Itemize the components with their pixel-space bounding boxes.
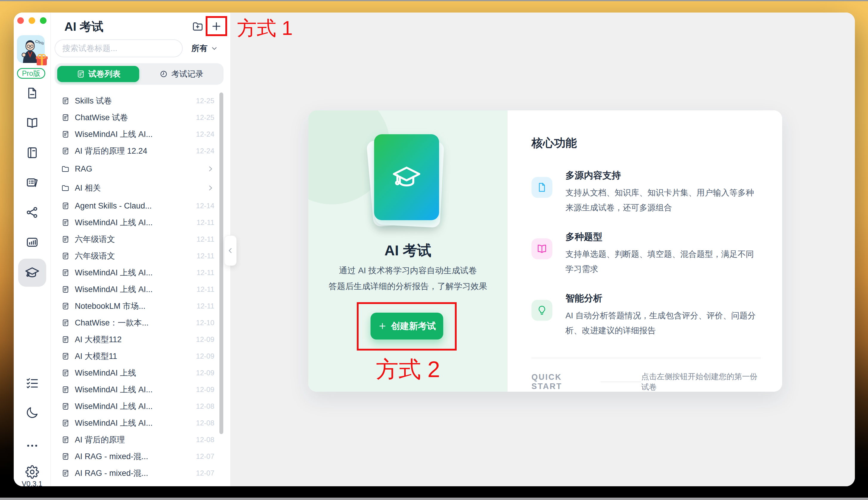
list-item-date: 12-07: [196, 469, 214, 477]
exam-list: Skills 试卷 12-25 ChatWise 试卷 12-25 WiseMi…: [51, 92, 231, 486]
sidebar-item-flashcards[interactable]: [25, 176, 39, 190]
list-item-title: AI RAG - mixed-混...: [75, 451, 148, 462]
feature-title: 多种题型: [565, 231, 761, 243]
filter-dropdown[interactable]: 所有: [191, 39, 218, 57]
hero-card: AI 考试 通过 AI 技术将学习内容自动生成试卷 答题后生成详细的分析报告，了…: [308, 110, 782, 392]
minimize-window-button[interactable]: [28, 17, 35, 24]
app-window: Chris Pro版: [14, 12, 855, 486]
filter-label: 所有: [191, 43, 208, 54]
list-item-date: 12-24: [196, 147, 214, 155]
exam-paper-icon: [61, 402, 69, 410]
folder-icon: [61, 165, 69, 173]
collapse-panel-handle[interactable]: [224, 235, 237, 266]
list-item-exam[interactable]: WiseMindAI 上线 AI... 12-08: [51, 398, 231, 415]
exam-paper-icon: [61, 352, 69, 360]
list-item-exam[interactable]: 六年级语文 12-11: [51, 248, 231, 264]
annotation-method1: 方式 1: [237, 15, 293, 42]
sidebar-item-statistics[interactable]: [25, 235, 39, 249]
feature-description: AI 自动分析答题情况，生成包含评分、评价、问题分析、改进建议的详细报告: [565, 308, 761, 338]
graduation-cap-icon: [392, 162, 422, 192]
gear-icon: [25, 465, 39, 479]
list-item-exam[interactable]: AI 大模型11 12-09: [51, 348, 231, 365]
sidebar-item-notebook[interactable]: [25, 146, 39, 160]
hero-description-line2: 答题后生成详细的分析报告，了解学习效果: [308, 281, 508, 292]
sidebar-item-share[interactable]: [25, 206, 39, 219]
list-item-exam[interactable]: AI RAG - mixed-混... 12-07: [51, 448, 231, 465]
zoom-window-button[interactable]: [40, 17, 47, 24]
list-item-date: 12-11: [197, 218, 214, 227]
avatar[interactable]: Chris: [17, 35, 45, 63]
list-item-exam[interactable]: WiseMindAI 上线 12-09: [51, 365, 231, 381]
search-input[interactable]: [55, 39, 183, 57]
list-item-date: 12-08: [196, 402, 214, 410]
list-item-date: 12-07: [196, 452, 214, 461]
pro-badge[interactable]: Pro版: [17, 68, 45, 79]
sidebar-item-document[interactable]: [25, 86, 39, 100]
feature-title: 智能分析: [565, 292, 761, 305]
sidebar-item-settings[interactable]: [25, 465, 39, 479]
sidebar-item-dark-mode[interactable]: [25, 406, 39, 419]
list-item-date: 12-11: [197, 302, 214, 310]
list-scrollbar[interactable]: [219, 92, 223, 434]
exam-paper-icon: [61, 235, 69, 243]
list-item-exam[interactable]: WiseMindAI 上线 AI... 12-11: [51, 214, 231, 231]
feature-icon-tile: [531, 177, 552, 198]
list-item-exam[interactable]: NotebookLM 市场... 12-11: [51, 298, 231, 315]
quick-start-row: QUICK START 点击左侧按钮开始创建您的第一份试卷: [531, 372, 761, 392]
list-item-date: 12-25: [196, 96, 214, 105]
exam-paper-icon: [61, 302, 69, 310]
tab-exam-records[interactable]: 考试记录: [139, 69, 224, 79]
list-item-title: AI 相关: [75, 183, 101, 193]
new-folder-button[interactable]: [192, 20, 203, 32]
list-item-exam[interactable]: AI RAG - mixed-混... 12-07: [51, 465, 231, 481]
exam-paper-icon: [61, 285, 69, 294]
list-item-exam[interactable]: AI 背后的原理 12-08: [51, 431, 231, 448]
list-item-title: AI RAG - mixed-混...: [75, 468, 148, 478]
list-item-title: WiseMindAI 上线 AI...: [75, 267, 153, 278]
close-window-button[interactable]: [17, 17, 24, 24]
exam-paper-icon: [61, 369, 69, 377]
list-item-exam[interactable]: WiseMindAI 上线 AI... 12-11: [51, 281, 231, 298]
list-item-date: 12-09: [196, 385, 214, 394]
feature-icon-tile: [531, 238, 552, 259]
screen-bottom-edge: [0, 498, 868, 500]
hero-description-line1: 通过 AI 技术将学习内容自动生成试卷: [308, 265, 508, 276]
traffic-lights: [17, 17, 47, 24]
list-item-exam[interactable]: WiseMindAI 上线 AI... 12-11: [51, 264, 231, 281]
moon-icon: [25, 406, 39, 419]
tab-bar: 试卷列表 考试记录: [55, 63, 224, 85]
sidebar-item-exam-active[interactable]: [18, 259, 46, 287]
chevron-left-icon: [226, 247, 234, 254]
list-item-folder[interactable]: AI 相关: [51, 179, 231, 197]
quick-start-label: QUICK START: [531, 373, 590, 391]
list-item-exam[interactable]: WiseMindAI 上线 AI... 12-09: [51, 381, 231, 398]
list-item-exam[interactable]: ChatWise：一款本... 12-10: [51, 315, 231, 331]
sidebar-item-library[interactable]: [25, 116, 39, 130]
list-item-exam[interactable]: AI 大模型112 12-09: [51, 331, 231, 348]
list-item-title: WiseMindAI 上线 AI...: [75, 418, 153, 429]
feature-icon: [536, 182, 548, 193]
feature-title: 多源内容支持: [565, 169, 761, 182]
feature-description: 支持单选题、判断题、填空题、混合题型，满足不同学习需求: [565, 247, 761, 276]
exam-paper-icon: [61, 130, 69, 138]
list-item-title: AI 背后的原理 12.24: [75, 146, 147, 156]
list-item-exam[interactable]: Skills 试卷 12-25: [51, 92, 231, 109]
list-item-exam[interactable]: 六年级语文 12-11: [51, 231, 231, 248]
exam-paper-icon: [61, 452, 69, 461]
list-item-exam[interactable]: Agent Skills - Claud... 12-14: [51, 197, 231, 214]
sidebar-item-checklist[interactable]: [25, 376, 39, 390]
list-item-title: NotebookLM 市场...: [75, 301, 145, 311]
list-item-title: AI 大模型112: [75, 334, 121, 345]
list-item-exam[interactable]: WiseMindAI 上线 AI... 12-24: [51, 126, 231, 143]
list-item-exam[interactable]: ChatWise 试卷 12-25: [51, 109, 231, 126]
list-item-exam[interactable]: AI 背后的原理 12.24 12-24: [51, 143, 231, 159]
list-item-exam[interactable]: WiseMindAI 上线 AI... 12-08: [51, 415, 231, 431]
list-item-date: 12-25: [196, 113, 214, 122]
list-item-date: 12-11: [197, 269, 214, 277]
tab-exam-list[interactable]: 试卷列表: [57, 66, 139, 82]
list-item-date: 12-09: [196, 369, 214, 377]
list-item-date: 12-11: [197, 252, 214, 260]
sidebar-item-more[interactable]: [25, 439, 39, 453]
list-item-folder[interactable]: RAG: [51, 159, 231, 179]
hero-right-section: 核心功能 多源内容支持 支持从文档、知识库、知识卡片集、用户输入等多种来源生成试…: [508, 110, 782, 392]
